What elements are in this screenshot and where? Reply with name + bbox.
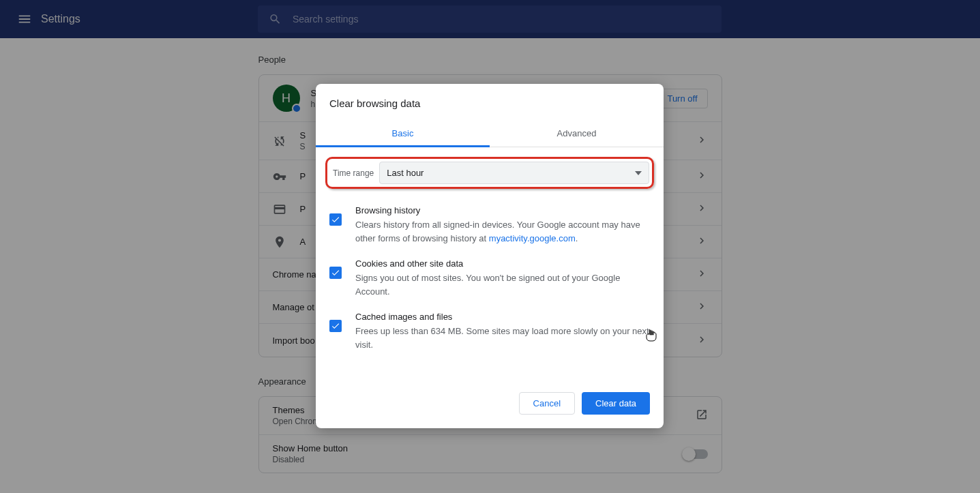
checkbox-list: Browsing history Clears history from all…	[316, 189, 664, 355]
cache-desc: Frees up less than 634 MB. Some sites ma…	[355, 325, 650, 351]
browsing-history-desc: Clears history from all signed-in device…	[355, 218, 650, 245]
dropdown-arrow-icon	[635, 170, 642, 177]
cache-title: Cached images and files	[355, 312, 650, 322]
tab-advanced[interactable]: Advanced	[490, 120, 664, 147]
dialog-title: Clear browsing data	[316, 84, 664, 120]
time-range-value: Last hour	[387, 168, 424, 178]
cookies-checkbox[interactable]	[329, 267, 342, 279]
clear-data-button[interactable]: Clear data	[582, 392, 650, 415]
browsing-history-title: Browsing history	[355, 205, 650, 215]
browsing-history-checkbox[interactable]	[329, 213, 342, 226]
clear-browsing-data-dialog: Clear browsing data Basic Advanced Time …	[316, 84, 664, 428]
cancel-button[interactable]: Cancel	[519, 392, 575, 415]
dialog-actions: Cancel Clear data	[316, 376, 664, 428]
tab-basic[interactable]: Basic	[316, 120, 490, 147]
dialog-tabs: Basic Advanced	[316, 120, 664, 147]
time-range-highlight: Time range Last hour	[325, 157, 654, 189]
cookies-item: Cookies and other site data Signs you ou…	[329, 249, 650, 302]
time-range-label: Time range	[330, 168, 378, 178]
time-range-dropdown[interactable]: Last hour	[379, 162, 649, 184]
cookies-desc: Signs you out of most sites. You won't b…	[355, 271, 650, 298]
cache-checkbox[interactable]	[329, 320, 342, 332]
myactivity-link[interactable]: myactivity.google.com	[489, 233, 576, 243]
cookies-title: Cookies and other site data	[355, 258, 650, 269]
browsing-history-item: Browsing history Clears history from all…	[329, 196, 650, 249]
cache-item: Cached images and files Frees up less th…	[329, 302, 650, 355]
cursor-icon	[645, 329, 657, 342]
